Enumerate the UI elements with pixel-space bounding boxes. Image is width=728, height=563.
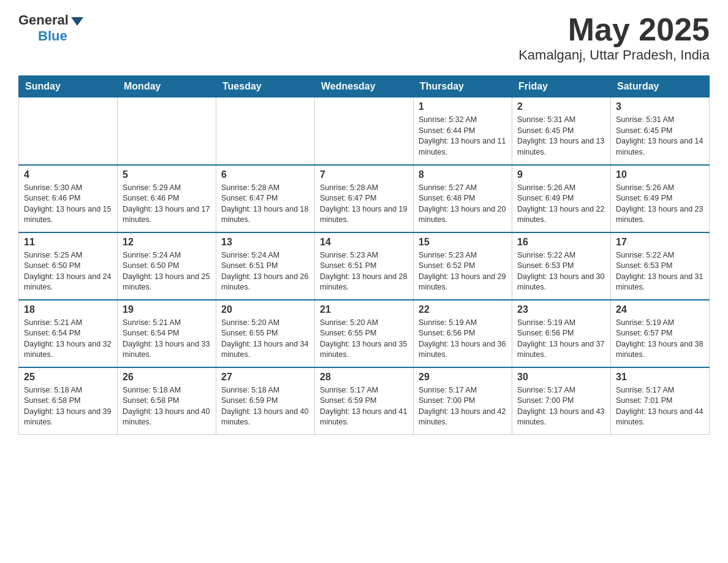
calendar-cell: 22Sunrise: 5:19 AM Sunset: 6:56 PM Dayli… <box>414 300 512 367</box>
day-number: 6 <box>221 169 309 180</box>
calendar-cell: 13Sunrise: 5:24 AM Sunset: 6:51 PM Dayli… <box>216 232 315 300</box>
day-number: 16 <box>517 237 605 248</box>
calendar-cell: 20Sunrise: 5:20 AM Sunset: 6:55 PM Dayli… <box>216 300 315 367</box>
calendar-cell: 2Sunrise: 5:31 AM Sunset: 6:45 PM Daylig… <box>512 98 611 165</box>
calendar-cell: 31Sunrise: 5:17 AM Sunset: 7:01 PM Dayli… <box>611 367 710 435</box>
day-number: 7 <box>320 169 408 180</box>
calendar-table: SundayMondayTuesdayWednesdayThursdayFrid… <box>18 75 710 435</box>
day-number: 28 <box>320 372 408 383</box>
day-info: Sunrise: 5:32 AM Sunset: 6:44 PM Dayligh… <box>419 115 507 158</box>
day-number: 27 <box>221 372 309 383</box>
day-info: Sunrise: 5:23 AM Sunset: 6:51 PM Dayligh… <box>320 250 408 293</box>
day-info: Sunrise: 5:22 AM Sunset: 6:53 PM Dayligh… <box>517 250 605 293</box>
day-number: 8 <box>419 169 507 180</box>
calendar-header-friday: Friday <box>512 76 611 98</box>
calendar-cell: 12Sunrise: 5:24 AM Sunset: 6:50 PM Dayli… <box>118 232 216 300</box>
calendar-cell: 7Sunrise: 5:28 AM Sunset: 6:47 PM Daylig… <box>315 165 414 232</box>
calendar-cell: 16Sunrise: 5:22 AM Sunset: 6:53 PM Dayli… <box>512 232 611 300</box>
logo-arrow-icon <box>71 17 83 26</box>
day-info: Sunrise: 5:18 AM Sunset: 6:58 PM Dayligh… <box>24 385 112 428</box>
logo: General Blue <box>18 12 83 44</box>
day-number: 15 <box>419 237 507 248</box>
day-info: Sunrise: 5:21 AM Sunset: 6:54 PM Dayligh… <box>123 318 211 361</box>
day-number: 24 <box>616 304 704 315</box>
day-number: 17 <box>616 237 704 248</box>
calendar-cell: 15Sunrise: 5:23 AM Sunset: 6:52 PM Dayli… <box>414 232 512 300</box>
calendar-header-saturday: Saturday <box>611 76 710 98</box>
calendar-cell: 11Sunrise: 5:25 AM Sunset: 6:50 PM Dayli… <box>19 232 118 300</box>
day-info: Sunrise: 5:28 AM Sunset: 6:47 PM Dayligh… <box>320 183 408 226</box>
calendar-week-row: 11Sunrise: 5:25 AM Sunset: 6:50 PM Dayli… <box>19 232 710 300</box>
calendar-week-row: 4Sunrise: 5:30 AM Sunset: 6:46 PM Daylig… <box>19 165 710 232</box>
calendar-cell: 17Sunrise: 5:22 AM Sunset: 6:53 PM Dayli… <box>611 232 710 300</box>
day-info: Sunrise: 5:25 AM Sunset: 6:50 PM Dayligh… <box>24 250 112 293</box>
day-number: 12 <box>123 237 211 248</box>
day-info: Sunrise: 5:19 AM Sunset: 6:56 PM Dayligh… <box>517 318 605 361</box>
calendar-subtitle: Kamalganj, Uttar Pradesh, India <box>518 47 710 63</box>
day-number: 29 <box>419 372 507 383</box>
day-number: 3 <box>616 101 704 112</box>
title-section: May 2025 Kamalganj, Uttar Pradesh, India <box>518 12 710 63</box>
day-info: Sunrise: 5:26 AM Sunset: 6:49 PM Dayligh… <box>517 183 605 226</box>
day-info: Sunrise: 5:29 AM Sunset: 6:46 PM Dayligh… <box>123 183 211 226</box>
day-info: Sunrise: 5:18 AM Sunset: 6:59 PM Dayligh… <box>221 385 309 428</box>
calendar-title: May 2025 <box>518 12 710 47</box>
day-info: Sunrise: 5:24 AM Sunset: 6:51 PM Dayligh… <box>221 250 309 293</box>
calendar-cell: 14Sunrise: 5:23 AM Sunset: 6:51 PM Dayli… <box>315 232 414 300</box>
day-info: Sunrise: 5:22 AM Sunset: 6:53 PM Dayligh… <box>616 250 704 293</box>
calendar-cell: 6Sunrise: 5:28 AM Sunset: 6:47 PM Daylig… <box>216 165 315 232</box>
day-info: Sunrise: 5:24 AM Sunset: 6:50 PM Dayligh… <box>123 250 211 293</box>
calendar-cell <box>118 98 216 165</box>
calendar-cell: 27Sunrise: 5:18 AM Sunset: 6:59 PM Dayli… <box>216 367 315 435</box>
day-info: Sunrise: 5:27 AM Sunset: 6:48 PM Dayligh… <box>419 183 507 226</box>
calendar-header-thursday: Thursday <box>414 76 512 98</box>
calendar-cell <box>19 98 118 165</box>
day-number: 26 <box>123 372 211 383</box>
calendar-cell: 3Sunrise: 5:31 AM Sunset: 6:45 PM Daylig… <box>611 98 710 165</box>
calendar-cell: 30Sunrise: 5:17 AM Sunset: 7:00 PM Dayli… <box>512 367 611 435</box>
day-info: Sunrise: 5:17 AM Sunset: 7:00 PM Dayligh… <box>517 385 605 428</box>
day-number: 31 <box>616 372 704 383</box>
day-number: 19 <box>123 304 211 315</box>
day-number: 23 <box>517 304 605 315</box>
calendar-cell: 23Sunrise: 5:19 AM Sunset: 6:56 PM Dayli… <box>512 300 611 367</box>
day-info: Sunrise: 5:20 AM Sunset: 6:55 PM Dayligh… <box>221 318 309 361</box>
calendar-header-monday: Monday <box>118 76 216 98</box>
day-number: 18 <box>24 304 112 315</box>
calendar-cell: 28Sunrise: 5:17 AM Sunset: 6:59 PM Dayli… <box>315 367 414 435</box>
day-number: 20 <box>221 304 309 315</box>
day-info: Sunrise: 5:31 AM Sunset: 6:45 PM Dayligh… <box>517 115 605 158</box>
day-number: 2 <box>517 101 605 112</box>
day-info: Sunrise: 5:17 AM Sunset: 7:00 PM Dayligh… <box>419 385 507 428</box>
day-info: Sunrise: 5:19 AM Sunset: 6:57 PM Dayligh… <box>616 318 704 361</box>
day-number: 5 <box>123 169 211 180</box>
calendar-cell: 4Sunrise: 5:30 AM Sunset: 6:46 PM Daylig… <box>19 165 118 232</box>
day-number: 11 <box>24 237 112 248</box>
calendar-cell: 19Sunrise: 5:21 AM Sunset: 6:54 PM Dayli… <box>118 300 216 367</box>
day-info: Sunrise: 5:21 AM Sunset: 6:54 PM Dayligh… <box>24 318 112 361</box>
calendar-cell: 29Sunrise: 5:17 AM Sunset: 7:00 PM Dayli… <box>414 367 512 435</box>
logo-general-text: General <box>18 12 69 28</box>
day-info: Sunrise: 5:30 AM Sunset: 6:46 PM Dayligh… <box>24 183 112 226</box>
day-info: Sunrise: 5:28 AM Sunset: 6:47 PM Dayligh… <box>221 183 309 226</box>
day-info: Sunrise: 5:26 AM Sunset: 6:49 PM Dayligh… <box>616 183 704 226</box>
calendar-cell: 21Sunrise: 5:20 AM Sunset: 6:55 PM Dayli… <box>315 300 414 367</box>
calendar-cell: 9Sunrise: 5:26 AM Sunset: 6:49 PM Daylig… <box>512 165 611 232</box>
calendar-cell <box>216 98 315 165</box>
calendar-cell: 8Sunrise: 5:27 AM Sunset: 6:48 PM Daylig… <box>414 165 512 232</box>
calendar-week-row: 1Sunrise: 5:32 AM Sunset: 6:44 PM Daylig… <box>19 98 710 165</box>
calendar-cell: 1Sunrise: 5:32 AM Sunset: 6:44 PM Daylig… <box>414 98 512 165</box>
day-number: 30 <box>517 372 605 383</box>
calendar-cell: 26Sunrise: 5:18 AM Sunset: 6:58 PM Dayli… <box>118 367 216 435</box>
day-number: 22 <box>419 304 507 315</box>
calendar-cell: 18Sunrise: 5:21 AM Sunset: 6:54 PM Dayli… <box>19 300 118 367</box>
day-info: Sunrise: 5:18 AM Sunset: 6:58 PM Dayligh… <box>123 385 211 428</box>
day-info: Sunrise: 5:19 AM Sunset: 6:56 PM Dayligh… <box>419 318 507 361</box>
day-info: Sunrise: 5:17 AM Sunset: 6:59 PM Dayligh… <box>320 385 408 428</box>
day-number: 4 <box>24 169 112 180</box>
day-info: Sunrise: 5:20 AM Sunset: 6:55 PM Dayligh… <box>320 318 408 361</box>
page-header: General Blue May 2025 Kamalganj, Uttar P… <box>18 12 710 63</box>
day-info: Sunrise: 5:23 AM Sunset: 6:52 PM Dayligh… <box>419 250 507 293</box>
calendar-week-row: 25Sunrise: 5:18 AM Sunset: 6:58 PM Dayli… <box>19 367 710 435</box>
calendar-header-wednesday: Wednesday <box>315 76 414 98</box>
